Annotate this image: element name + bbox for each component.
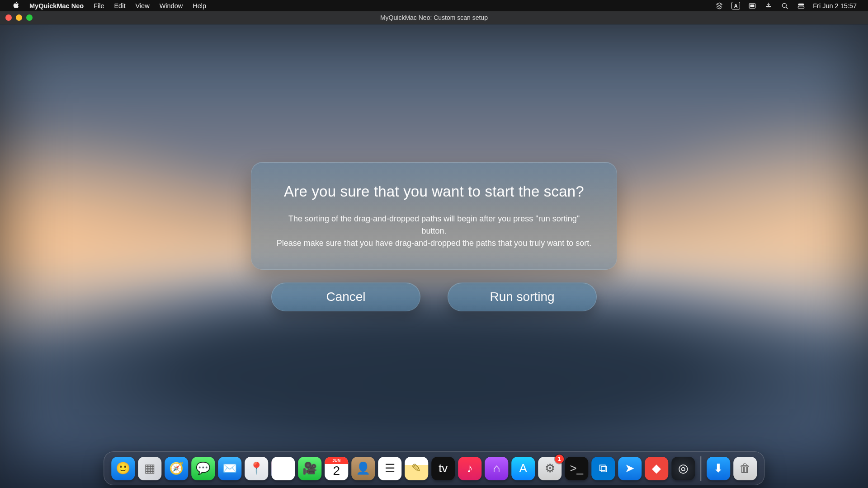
dock-icon-anydesk[interactable]: ◆ <box>645 457 668 480</box>
confirm-dialog: Are you sure that you want to start the … <box>0 24 868 468</box>
appicon-icon: ◎ <box>678 461 689 475</box>
music-icon: ♪ <box>467 461 473 475</box>
menu-extra-icon <box>764 2 773 10</box>
dock-icon-downloads[interactable]: ⬇︎ <box>707 457 730 480</box>
app-menu[interactable]: MyQuickMac Neo <box>24 2 89 9</box>
app-window: MyQuickMac Neo: Custom scan setup Are yo… <box>0 11 868 488</box>
dock-icon-launchpad[interactable]: ▦ <box>138 457 161 480</box>
cancel-button[interactable]: Cancel <box>271 282 420 311</box>
dock-badge-settings: 1 <box>555 455 564 464</box>
macos-menubar: MyQuickMac Neo File Edit View Window Hel… <box>0 0 868 11</box>
menu-file[interactable]: File <box>89 2 109 9</box>
window-minimize-button[interactable] <box>16 14 22 21</box>
menu-edit[interactable]: Edit <box>109 2 130 9</box>
downloads-icon: ⬇︎ <box>713 461 723 475</box>
notes-icon: ✎ <box>411 461 421 475</box>
dock-icon-appstore[interactable]: A <box>511 457 535 480</box>
status-control-center[interactable] <box>793 2 809 10</box>
mail-icon: ✉️ <box>222 461 237 475</box>
dock-icon-trash[interactable]: 🗑 <box>733 457 757 480</box>
dock-icon-tv[interactable]: tv <box>431 457 455 480</box>
tv-icon: tv <box>439 461 448 475</box>
dock-icon-messages[interactable]: 💬 <box>191 457 215 480</box>
svg-line-3 <box>786 7 788 9</box>
safari-icon: 🧭 <box>169 461 184 475</box>
finder-icon: 🙂 <box>116 461 130 475</box>
apple-menu[interactable] <box>7 1 24 10</box>
dock-icon-facetime[interactable]: 🎥 <box>298 457 321 480</box>
dock-icon-contacts[interactable]: 👤 <box>351 457 375 480</box>
calendar-month-label: JUN <box>325 457 348 464</box>
podcasts-icon: ⌂ <box>493 461 500 475</box>
dock-icon-music[interactable]: ♪ <box>458 457 481 480</box>
dock-icon-telegram[interactable]: ➤ <box>618 457 642 480</box>
window-close-button[interactable] <box>5 14 12 21</box>
dock-icon-calendar[interactable]: JUN2 <box>325 457 348 480</box>
tray-app-icon <box>715 2 723 10</box>
dock-icon-safari[interactable]: 🧭 <box>165 457 188 480</box>
dock-icon-appicon[interactable]: ◎ <box>671 457 695 480</box>
search-icon <box>781 2 789 10</box>
status-stage-manager[interactable] <box>744 2 760 10</box>
dock-icon-notes[interactable]: ✎ <box>405 457 428 480</box>
trash-icon: 🗑 <box>739 461 751 475</box>
window-title: MyQuickMac Neo: Custom scan setup <box>380 14 488 21</box>
messages-icon: 💬 <box>196 461 210 475</box>
calendar-day-label: 2 <box>333 464 340 478</box>
menu-help[interactable]: Help <box>188 2 211 9</box>
status-extra-icon[interactable] <box>760 2 777 10</box>
facetime-icon: 🎥 <box>302 461 317 475</box>
input-source-icon: A <box>731 2 740 9</box>
dialog-body-line-2: Please make sure that you have drag-and-… <box>275 237 593 249</box>
menu-view[interactable]: View <box>130 2 154 9</box>
dock-separator <box>700 456 701 481</box>
status-datetime[interactable]: Fri Jun 2 15:57 <box>809 2 861 9</box>
dock-icon-mail[interactable]: ✉️ <box>218 457 241 480</box>
maps-icon: 📍 <box>249 461 264 475</box>
window-content: Are you sure that you want to start the … <box>0 24 868 488</box>
window-zoom-button[interactable] <box>26 14 33 21</box>
anydesk-icon: ◆ <box>652 461 661 475</box>
dialog-body-line-1: The sorting of the drag-and-dropped path… <box>275 213 593 237</box>
dock-icon-reminders[interactable]: ☰ <box>378 457 401 480</box>
svg-rect-1 <box>750 5 755 7</box>
telegram-icon: ➤ <box>625 461 635 475</box>
dock-icon-podcasts[interactable]: ⌂ <box>485 457 508 480</box>
traffic-lights <box>5 14 33 21</box>
svg-rect-4 <box>798 3 805 5</box>
vscode-icon: ⧉ <box>599 461 608 475</box>
dock-icon-settings[interactable]: ⚙︎1 <box>538 457 561 480</box>
status-input-source[interactable]: A <box>727 2 744 9</box>
settings-icon: ⚙︎ <box>545 461 555 475</box>
stage-manager-icon <box>748 2 756 10</box>
run-sorting-button[interactable]: Run sorting <box>448 282 597 311</box>
dock-icon-finder[interactable]: 🙂 <box>111 457 135 480</box>
terminal-icon: >_ <box>570 461 583 475</box>
contacts-icon: 👤 <box>356 461 370 475</box>
status-spotlight[interactable] <box>777 2 793 10</box>
dock-icon-vscode[interactable]: ⧉ <box>591 457 615 480</box>
dock-icon-terminal[interactable]: >_ <box>565 457 588 480</box>
launchpad-icon: ▦ <box>144 461 156 475</box>
svg-rect-5 <box>798 6 805 8</box>
dock-icon-maps[interactable]: 📍 <box>245 457 268 480</box>
dock: 🙂▦🧭💬✉️📍🎥JUN2👤☰✎tv♪⌂A⚙︎1>_⧉➤◆◎ ⬇︎🗑 <box>104 451 764 485</box>
appstore-icon: A <box>519 461 527 475</box>
dialog-card: Are you sure that you want to start the … <box>251 162 617 270</box>
dialog-button-row: Cancel Run sorting <box>271 282 597 311</box>
window-titlebar: MyQuickMac Neo: Custom scan setup <box>0 11 868 24</box>
dock-icon-photos[interactable] <box>271 457 295 480</box>
dock-tray: 🙂▦🧭💬✉️📍🎥JUN2👤☰✎tv♪⌂A⚙︎1>_⧉➤◆◎ ⬇︎🗑 <box>104 451 764 485</box>
dialog-heading: Are you sure that you want to start the … <box>275 183 593 200</box>
menu-window[interactable]: Window <box>155 2 188 9</box>
apple-logo-icon <box>12 1 19 9</box>
control-center-icon <box>797 2 805 10</box>
reminders-icon: ☰ <box>385 461 395 475</box>
status-tray-app-icon[interactable] <box>711 2 727 10</box>
